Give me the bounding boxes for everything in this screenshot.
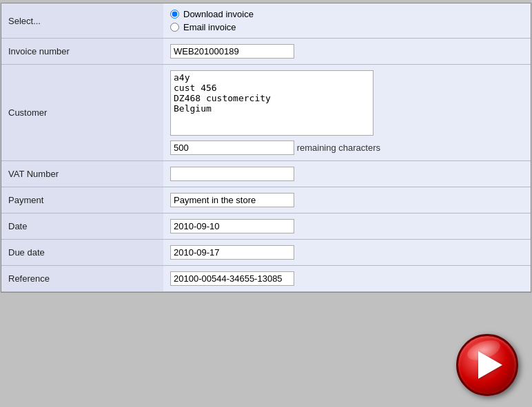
reference-cell xyxy=(163,266,531,292)
remaining-chars-label: remaining characters xyxy=(297,143,380,153)
date-label: Date xyxy=(1,213,163,240)
invoice-number-label: Invoice number xyxy=(1,39,163,65)
email-invoice-option[interactable]: Email invoice xyxy=(170,22,524,32)
download-invoice-label: Download invoice xyxy=(183,9,254,19)
payment-cell xyxy=(163,187,531,213)
reference-input[interactable] xyxy=(170,271,294,286)
email-invoice-radio[interactable] xyxy=(170,23,179,32)
vat-number-label: VAT Number xyxy=(1,161,163,187)
select-label: Select... xyxy=(1,3,163,39)
email-invoice-label: Email invoice xyxy=(183,22,236,32)
due-date-label: Due date xyxy=(1,240,163,266)
vat-number-cell xyxy=(163,161,531,187)
payment-input[interactable] xyxy=(170,193,294,207)
customer-textarea[interactable]: a4y cust 456 DZ468 customercity Belgium xyxy=(170,70,374,136)
due-date-cell xyxy=(163,240,531,266)
due-date-input[interactable] xyxy=(170,245,294,260)
play-button[interactable] xyxy=(456,334,518,396)
play-icon xyxy=(478,351,502,379)
play-button-container xyxy=(456,334,518,396)
payment-label: Payment xyxy=(1,187,163,213)
select-options: Download invoice Email invoice xyxy=(163,3,531,39)
remaining-chars-input[interactable] xyxy=(170,140,294,155)
reference-label: Reference xyxy=(1,266,163,292)
customer-label: Customer xyxy=(1,65,163,161)
customer-cell: a4y cust 456 DZ468 customercity Belgium … xyxy=(163,65,531,161)
download-invoice-option[interactable]: Download invoice xyxy=(170,9,524,19)
invoice-number-input[interactable] xyxy=(170,44,294,59)
invoice-number-cell xyxy=(163,39,531,65)
remaining-chars-container: remaining characters xyxy=(170,140,524,155)
date-input[interactable] xyxy=(170,219,294,233)
vat-number-input[interactable] xyxy=(170,167,294,181)
date-cell xyxy=(163,213,531,240)
download-invoice-radio[interactable] xyxy=(170,10,179,19)
